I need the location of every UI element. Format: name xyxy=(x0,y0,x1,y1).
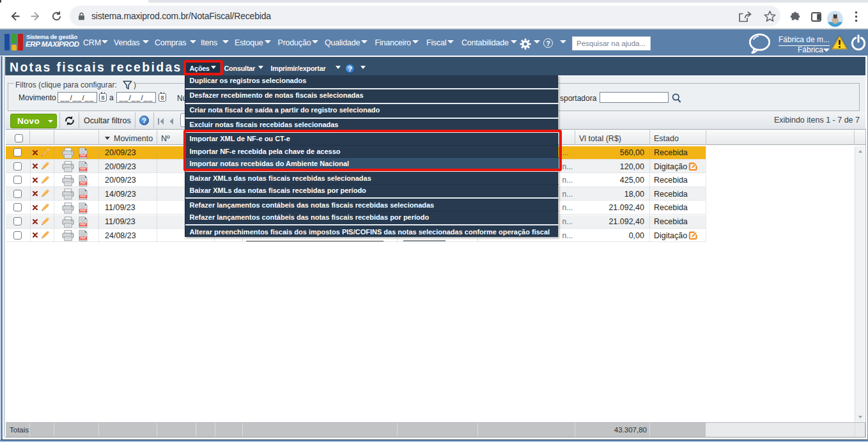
svg-text:PDF: PDF xyxy=(81,195,86,199)
svg-text:PDF: PDF xyxy=(81,154,86,157)
svg-text:PDF: PDF xyxy=(81,236,86,240)
svg-text:PDF: PDF xyxy=(81,223,86,226)
svg-text:PDF: PDF xyxy=(81,167,86,171)
svg-text:PDF: PDF xyxy=(81,209,86,212)
svg-text:PDF: PDF xyxy=(81,181,86,185)
